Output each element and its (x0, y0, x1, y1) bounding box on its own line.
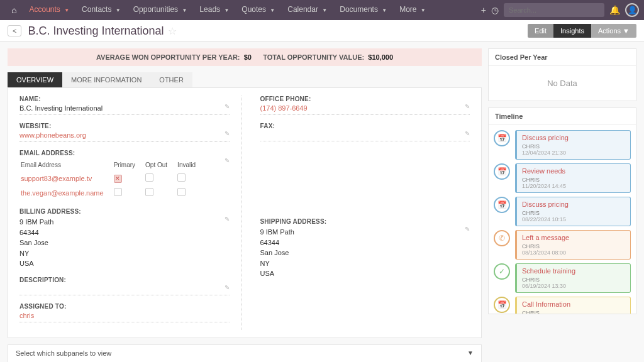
website-link[interactable]: www.phonebeans.org (19, 131, 230, 142)
tab-other[interactable]: OTHER (150, 72, 192, 87)
invalid-checkbox[interactable] (177, 173, 186, 182)
primary-checkbox[interactable] (114, 188, 122, 196)
phone-link[interactable]: (174) 897-6649 (260, 104, 470, 115)
home-icon[interactable]: ⌂ (5, 5, 23, 15)
billing-address: 9 IBM Path64344San JoseNYUSA (19, 217, 230, 269)
assigned-label: ASSIGNED TO: (19, 303, 230, 310)
timeline-type-icon: ✆ (494, 230, 510, 246)
back-button[interactable]: < (8, 25, 21, 36)
name-label: NAME: (19, 96, 230, 102)
description-label: DESCRIPTION: (19, 277, 230, 283)
pencil-icon[interactable]: ✎ (465, 103, 470, 110)
pencil-icon[interactable]: ✎ (225, 216, 230, 222)
stats-banner: AVERAGE WON OPPORTUNITY PER YEAR: $0 TOT… (8, 48, 482, 66)
page-header: < B.C. Investing International ☆ Edit In… (0, 20, 644, 42)
subpanels: Select which subpanels to view ▼ ✎-Renew… (8, 344, 482, 363)
collapse-icon[interactable]: ▼ (467, 349, 474, 357)
nav-quotes[interactable]: Quotes ▼ (235, 0, 281, 21)
favorite-star-icon[interactable]: ☆ (168, 25, 177, 37)
name-value: B.C. Investing International (19, 104, 230, 115)
primary-checkbox[interactable]: ✕ (114, 175, 122, 183)
timeline-type-icon: 📅 (494, 297, 510, 313)
email-link[interactable]: support83@example.tv (21, 172, 113, 185)
pencil-icon[interactable]: ✎ (225, 130, 230, 137)
search-input[interactable] (504, 3, 604, 17)
timeline-item[interactable]: ✓Schedule trainingCHRIS06/19/2024 13:30 (494, 263, 631, 293)
phone-label: OFFICE PHONE: (260, 96, 470, 102)
nav-leads[interactable]: Leads ▼ (193, 0, 235, 21)
assigned-link[interactable]: chris (19, 312, 230, 322)
nav-documents[interactable]: Documents ▼ (333, 0, 393, 21)
tab-overview[interactable]: OVERVIEW (8, 72, 62, 87)
user-avatar-icon[interactable]: 👤 (625, 3, 639, 17)
insights-button[interactable]: Insights (553, 24, 591, 38)
optout-checkbox[interactable] (145, 173, 153, 182)
timeline-item[interactable]: 📅Discuss pricingCHRIS08/22/2024 10:15 (494, 197, 631, 226)
history-icon[interactable]: ◷ (491, 5, 499, 15)
pencil-icon[interactable]: ✎ (465, 130, 470, 137)
email-link[interactable]: the.vegan@example.name (21, 186, 113, 199)
nav-contacts[interactable]: Contacts ▼ (75, 0, 127, 21)
timeline-item[interactable]: ✆Left a messageCHRIS08/13/2024 08:00 (494, 230, 631, 260)
timeline-type-icon: 📅 (494, 163, 510, 180)
nav-opportunities[interactable]: Opportunities ▼ (127, 0, 194, 21)
no-data-text: No Data (489, 66, 636, 101)
notifications-icon[interactable]: 🔔 (609, 5, 620, 15)
create-icon[interactable]: + (481, 5, 486, 15)
billing-label: BILLING ADDRESS: (19, 208, 230, 215)
optout-checkbox[interactable] (145, 188, 153, 196)
invalid-checkbox[interactable] (177, 188, 186, 196)
timeline-type-icon: 📅 (494, 130, 510, 146)
timeline-item[interactable]: 📅Discuss pricingCHRIS12/04/2024 21:30 (494, 130, 631, 160)
pencil-icon[interactable]: ✎ (465, 226, 470, 233)
edit-button[interactable]: Edit (528, 24, 553, 38)
nav-accounts[interactable]: Accounts ▼ (23, 0, 75, 21)
timeline-item[interactable]: 📅Call InformationCHRIS04/27/2024 09:37 (494, 297, 631, 314)
timeline-type-icon: ✓ (494, 263, 510, 280)
overview-panel: NAME: B.C. Investing International ✎ WEB… (8, 87, 482, 338)
top-nav: ⌂ Accounts ▼Contacts ▼Opportunities ▼Lea… (0, 0, 644, 20)
closed-per-year-card: Closed Per Year No Data (488, 48, 636, 101)
email-label: EMAIL ADDRESS: (19, 150, 230, 156)
timeline-type-icon: 📅 (494, 197, 510, 213)
page-title: B.C. Investing International (28, 25, 164, 38)
shipping-label: SHIPPING ADDRESS: (260, 218, 470, 225)
website-label: WEBSITE: (19, 123, 230, 129)
nav-more[interactable]: More ▼ (393, 0, 432, 21)
timeline-card: Timeline 📅Discuss pricingCHRIS12/04/2024… (488, 107, 636, 314)
pencil-icon[interactable]: ✎ (225, 103, 230, 110)
nav-calendar[interactable]: Calendar ▼ (281, 0, 333, 21)
actions-button[interactable]: Actions ▼ (591, 24, 636, 38)
subpanel-title: Select which subpanels to view (16, 349, 111, 357)
shipping-address: 9 IBM Path64344San JoseNYUSA (260, 227, 470, 279)
pencil-icon[interactable]: ✎ (225, 284, 230, 291)
fax-label: FAX: (260, 123, 470, 129)
tab-more-information[interactable]: MORE INFORMATION (62, 72, 150, 87)
pencil-icon[interactable]: ✎ (225, 157, 230, 164)
timeline-item[interactable]: 📅Review needsCHRIS11/20/2024 14:45 (494, 163, 631, 193)
